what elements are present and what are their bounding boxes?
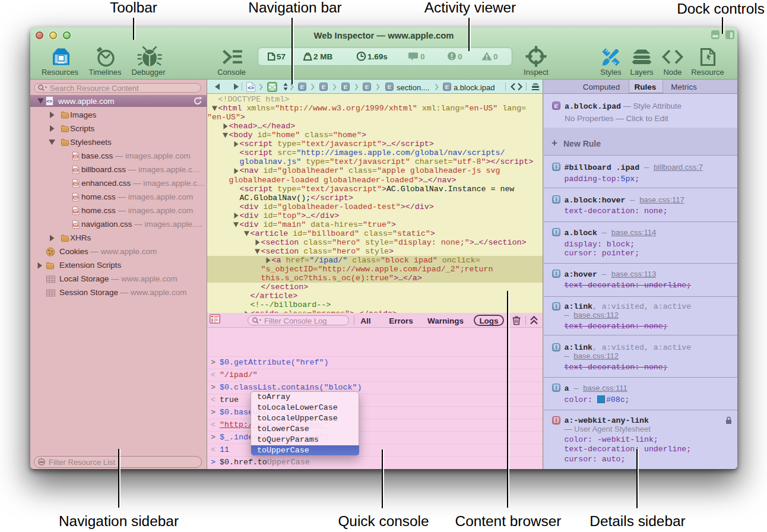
svg-text:<>: <> [248,85,254,91]
svg-text:css: css [74,169,78,172]
svg-text:css: css [74,210,78,213]
svg-text:css: css [74,155,78,158]
svg-text:css: css [74,224,78,227]
svg-text:css: css [74,182,78,185]
svg-text:css: css [74,197,78,200]
